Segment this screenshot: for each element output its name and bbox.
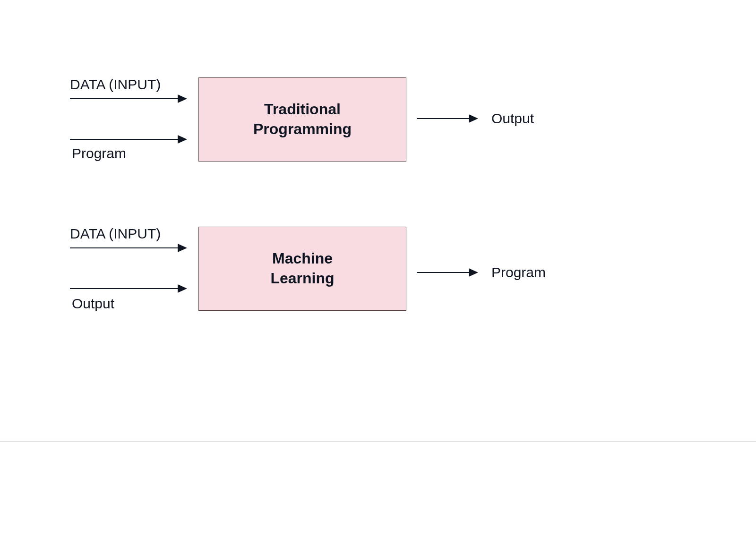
arrow-icon [70,243,188,253]
input-label-data: DATA (INPUT) [70,77,161,93]
divider-line [0,441,756,442]
process-box-traditional: Traditional Programming [198,77,406,162]
arrow-icon [70,94,188,104]
svg-marker-9 [178,284,187,293]
output-label: Program [491,264,546,281]
arrow-icon [70,134,188,145]
process-box-label: Machine Learning [270,249,334,288]
svg-marker-7 [178,244,187,252]
output-label: Output [491,111,534,127]
input-label-data: DATA (INPUT) [70,226,161,242]
svg-marker-1 [178,94,187,103]
process-box-label: Traditional Programming [253,100,352,139]
process-box-ml: Machine Learning [198,227,406,311]
svg-marker-11 [469,268,478,277]
arrow-icon [417,113,478,124]
svg-marker-5 [469,114,478,123]
arrow-icon [70,283,188,294]
input-label-program: Program [72,145,126,162]
svg-marker-3 [178,135,187,144]
arrow-icon [417,267,478,278]
input-label-output: Output [72,296,114,312]
